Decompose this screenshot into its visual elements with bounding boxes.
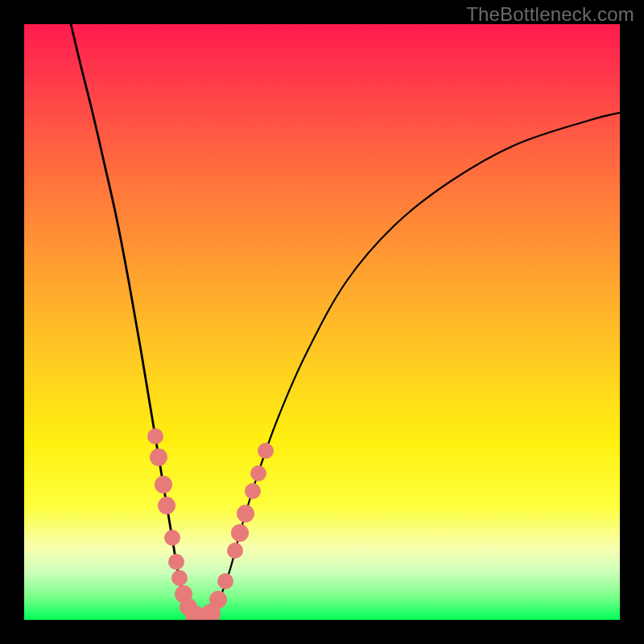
plot-area — [24, 24, 620, 620]
data-marker — [150, 448, 167, 466]
bottleneck-curve — [24, 24, 620, 620]
data-marker — [155, 476, 172, 493]
data-marker — [168, 554, 184, 570]
data-marker — [231, 524, 249, 542]
data-marker — [237, 505, 254, 522]
curve-right-branch — [205, 113, 620, 618]
data-marker — [227, 543, 243, 559]
data-marker — [209, 591, 227, 609]
curve-left-branch — [71, 24, 197, 618]
data-marker — [250, 465, 266, 481]
chart-frame: TheBottleneck.com — [0, 0, 644, 644]
data-marker — [217, 573, 233, 589]
data-marker — [245, 483, 261, 499]
data-marker — [258, 443, 274, 459]
data-marker — [171, 570, 188, 586]
watermark-text: TheBottleneck.com — [466, 3, 634, 26]
data-marker — [147, 428, 163, 444]
data-marker — [158, 497, 175, 514]
data-marker — [164, 530, 180, 546]
data-markers — [147, 428, 274, 620]
